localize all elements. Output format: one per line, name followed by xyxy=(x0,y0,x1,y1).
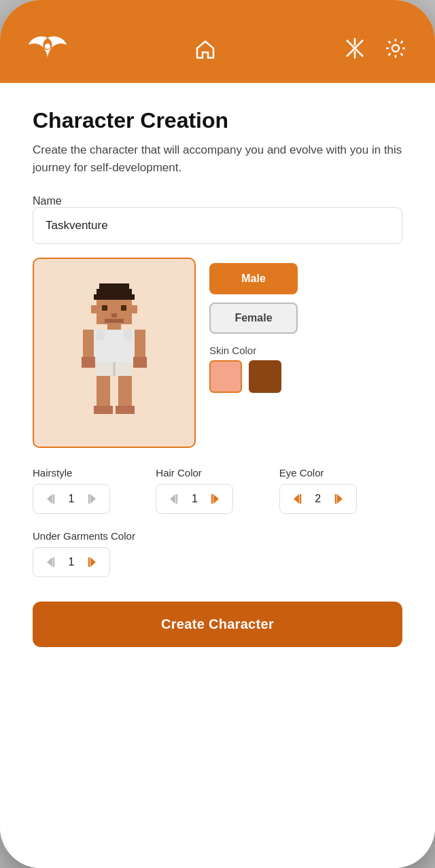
under-garments-value: 1 xyxy=(65,556,78,568)
under-garments-prev-button[interactable] xyxy=(41,553,59,571)
svg-rect-22 xyxy=(82,357,95,368)
svg-rect-29 xyxy=(116,406,135,414)
hair-color-field: Hair Color 1 xyxy=(156,467,279,514)
hairstyle-prev-button[interactable] xyxy=(41,490,59,508)
svg-rect-12 xyxy=(111,313,117,317)
name-input[interactable] xyxy=(33,207,402,244)
name-label: Name xyxy=(33,195,62,207)
skin-color-label: Skin Color xyxy=(209,345,298,356)
hairstyle-stepper: 1 xyxy=(33,484,110,514)
eye-color-label: Eye Color xyxy=(279,467,402,479)
combat-icon[interactable] xyxy=(343,36,367,63)
eye-color-value: 2 xyxy=(311,493,325,505)
skin-swatch-light[interactable] xyxy=(209,360,242,393)
svg-rect-15 xyxy=(132,305,137,313)
skin-swatch-dark[interactable] xyxy=(249,360,281,393)
app-logo xyxy=(27,33,68,67)
svg-point-5 xyxy=(392,45,399,52)
under-garments-next-button[interactable] xyxy=(84,553,101,571)
character-sprite xyxy=(67,278,162,428)
page-description: Create the character that will accompany… xyxy=(33,141,402,176)
svg-rect-26 xyxy=(97,376,110,406)
eye-color-field: Eye Color 2 xyxy=(279,467,402,514)
svg-rect-21 xyxy=(135,330,145,357)
hair-color-prev-button[interactable] xyxy=(164,490,182,508)
settings-icon[interactable] xyxy=(383,36,408,63)
svg-marker-36 xyxy=(213,494,219,504)
main-content: Character Creation Create the character … xyxy=(0,83,435,868)
page-title: Character Creation xyxy=(33,107,402,133)
hair-color-next-button[interactable] xyxy=(207,490,224,508)
svg-rect-18 xyxy=(97,330,105,341)
gender-male-button[interactable]: Male xyxy=(209,263,298,294)
hairstyle-value: 1 xyxy=(65,493,78,505)
svg-rect-23 xyxy=(133,357,147,368)
hair-color-value: 1 xyxy=(188,493,201,505)
under-garments-label: Under Garments Color xyxy=(33,530,402,542)
svg-rect-28 xyxy=(94,406,113,414)
svg-rect-27 xyxy=(118,376,132,406)
hairstyle-label: Hairstyle xyxy=(33,467,156,479)
character-section: Male Female Skin Color xyxy=(33,258,402,448)
hair-color-stepper: 1 xyxy=(156,484,233,514)
under-garments-stepper: 1 xyxy=(33,547,110,577)
hairstyle-field: Hairstyle 1 xyxy=(33,467,156,514)
skin-color-group: Skin Color xyxy=(209,342,298,393)
svg-rect-25 xyxy=(113,362,116,376)
skin-swatches xyxy=(209,360,298,393)
svg-marker-42 xyxy=(47,557,52,567)
name-field-group: Name xyxy=(33,195,402,258)
eye-color-next-button[interactable] xyxy=(330,490,348,508)
svg-marker-44 xyxy=(90,557,96,567)
svg-rect-14 xyxy=(91,305,97,313)
svg-rect-11 xyxy=(121,305,126,311)
svg-rect-16 xyxy=(107,324,121,330)
svg-rect-13 xyxy=(105,319,124,323)
customization-row: Hairstyle 1 xyxy=(33,467,402,514)
svg-marker-40 xyxy=(337,494,343,504)
character-preview xyxy=(33,258,196,448)
hairstyle-next-button[interactable] xyxy=(84,490,101,508)
character-options: Male Female Skin Color xyxy=(209,258,298,393)
svg-point-0 xyxy=(45,44,50,49)
svg-rect-7 xyxy=(97,289,132,294)
hair-color-label: Hair Color xyxy=(156,467,279,479)
svg-rect-20 xyxy=(83,330,94,357)
svg-marker-32 xyxy=(90,494,96,504)
svg-marker-38 xyxy=(294,494,299,504)
svg-rect-19 xyxy=(124,330,132,341)
gender-female-button[interactable]: Female xyxy=(209,302,298,334)
header xyxy=(0,0,435,83)
phone-shell: Character Creation Create the character … xyxy=(0,0,435,868)
header-right-icons xyxy=(343,36,408,63)
svg-rect-10 xyxy=(102,305,107,311)
svg-marker-30 xyxy=(47,494,52,504)
under-garments-section: Under Garments Color 1 xyxy=(33,530,402,577)
svg-marker-34 xyxy=(170,494,175,504)
svg-rect-6 xyxy=(99,283,129,289)
svg-rect-8 xyxy=(94,294,135,300)
create-character-button[interactable]: Create Character xyxy=(33,602,402,647)
eye-color-prev-button[interactable] xyxy=(288,490,306,508)
eye-color-stepper: 2 xyxy=(279,484,357,514)
nav-home[interactable] xyxy=(193,37,218,62)
